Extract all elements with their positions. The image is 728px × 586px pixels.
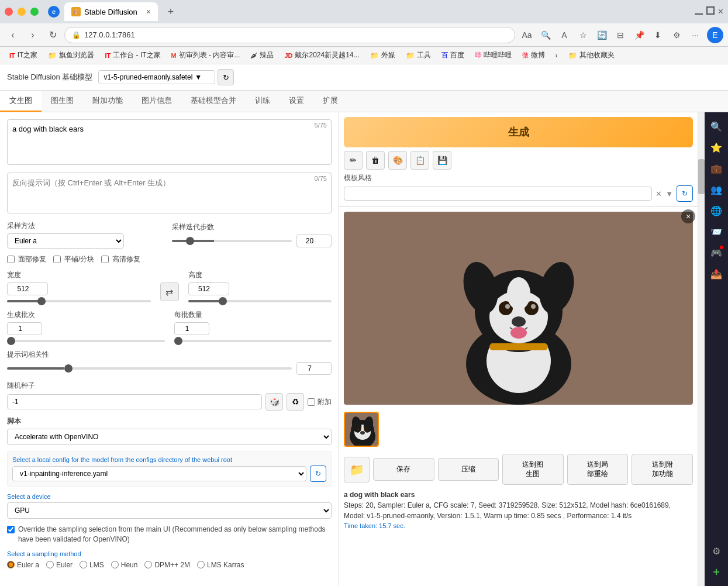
attach-check[interactable] <box>308 398 315 406</box>
face-repair-check[interactable] <box>7 256 15 263</box>
bookmark-qiyu[interactable]: 📁 旗鱼浏览器 <box>43 49 99 62</box>
bookmark-baidu[interactable]: 百 百度 <box>437 49 469 62</box>
download-icon[interactable]: ⬇ <box>650 27 666 43</box>
steps-slider[interactable] <box>172 240 292 242</box>
split-view-icon[interactable]: ⊟ <box>612 27 629 43</box>
hires-fix-checkbox[interactable]: 高清修复 <box>101 254 140 264</box>
cfg-slider[interactable] <box>7 367 292 370</box>
minimize-btn[interactable] <box>18 8 26 16</box>
close-btn[interactable] <box>5 8 13 16</box>
more-icon[interactable]: ··· <box>687 27 703 43</box>
tab-settings[interactable]: 设置 <box>280 91 313 112</box>
new-tab-btn[interactable]: + <box>163 4 179 20</box>
trash-btn[interactable]: 🗑 <box>366 151 385 170</box>
thumbnail-1[interactable] <box>344 412 379 447</box>
bookmark-workbench[interactable]: IT 工作台 - IT之家 <box>100 49 165 62</box>
config-refresh-btn[interactable]: ↻ <box>310 466 326 482</box>
refresh-btn[interactable]: ↻ <box>44 27 61 43</box>
save-style-btn[interactable]: 💾 <box>433 151 451 170</box>
negative-prompt-input[interactable] <box>7 173 332 213</box>
send-to-inpaint-btn[interactable]: 送到局部重绘 <box>567 454 629 485</box>
pin-icon[interactable]: 📌 <box>631 27 647 43</box>
radio-euler-a[interactable]: Euler a <box>7 561 39 569</box>
aa-icon[interactable]: A <box>556 27 572 43</box>
bookmark-tools[interactable]: 📁 工具 <box>401 49 436 62</box>
tab-close-btn[interactable]: × <box>146 7 151 16</box>
script-select[interactable]: Accelerate with OpenVINO <box>7 429 332 445</box>
bookmark-more[interactable]: › <box>551 50 563 61</box>
override-check[interactable] <box>7 526 15 533</box>
edge-search-icon[interactable]: 🔍 <box>707 117 726 136</box>
tab-extras[interactable]: 附加功能 <box>83 91 132 112</box>
radio-lms-karras[interactable]: LMS Karras <box>197 561 244 569</box>
positive-prompt-input[interactable]: a dog with black ears <box>7 119 332 165</box>
win-close-icon[interactable]: × <box>718 6 723 17</box>
back-btn[interactable]: ‹ <box>5 27 21 43</box>
folder-btn[interactable]: 📁 <box>344 457 370 482</box>
result-close-btn[interactable]: × <box>681 209 695 223</box>
radio-euler-a-input[interactable] <box>7 561 15 568</box>
swap-dimensions-btn[interactable]: ⇄ <box>160 282 179 301</box>
batch-size-input[interactable] <box>174 322 209 335</box>
win-maximize-icon[interactable] <box>706 6 715 15</box>
recycle-btn[interactable]: ♻ <box>287 393 304 411</box>
forward-btn[interactable]: › <box>25 27 41 43</box>
profile-btn[interactable]: E <box>707 27 723 43</box>
template-clear-btn[interactable]: ✕ <box>655 189 662 198</box>
radio-lms-karras-input[interactable] <box>197 561 205 568</box>
edge-briefcase-icon[interactable]: 💼 <box>707 159 726 178</box>
radio-dpm2m[interactable]: DPM++ 2M <box>144 561 190 569</box>
active-tab[interactable]: 🎨 Stable Diffusion × <box>64 2 158 21</box>
tab-extensions[interactable]: 扩展 <box>313 91 347 112</box>
batch-count-slider[interactable] <box>7 340 165 342</box>
edge-outlook-icon[interactable]: 📨 <box>707 222 726 241</box>
tile-checkbox[interactable]: 平铺/分块 <box>53 254 94 264</box>
edge-share-icon[interactable]: 📤 <box>707 264 726 283</box>
maximize-btn[interactable] <box>30 8 39 16</box>
address-bar[interactable]: 🔒 127.0.0.1:7861 <box>64 27 515 43</box>
bookmark-gmail[interactable]: M 初审列表 - 内容审... <box>167 49 245 62</box>
height-input[interactable] <box>188 282 229 295</box>
edge-people-icon[interactable]: 👥 <box>707 180 726 199</box>
edge-favorites-icon[interactable]: ⭐ <box>707 138 726 157</box>
batch-size-slider[interactable] <box>174 340 332 342</box>
attach-label[interactable]: 附加 <box>308 397 332 407</box>
translate-icon[interactable]: Aa <box>519 27 535 43</box>
template-dropdown[interactable]: ▼ <box>665 189 673 198</box>
bookmark-foreign[interactable]: 📁 外媒 <box>365 49 400 62</box>
tile-check[interactable] <box>53 256 61 263</box>
tab-imginfo[interactable]: 图片信息 <box>132 91 181 112</box>
tab-merge[interactable]: 基础模型合并 <box>181 91 246 112</box>
radio-euler[interactable]: Euler <box>46 561 73 569</box>
height-slider[interactable] <box>188 300 332 302</box>
tab-train[interactable]: 训练 <box>246 91 280 112</box>
tab-img2img[interactable]: 图生图 <box>42 91 83 112</box>
save-btn[interactable]: 保存 <box>373 458 434 481</box>
model-dropdown[interactable]: v1-5-pruned-emaonly.safetel ▼ <box>98 70 215 84</box>
search-web-icon[interactable]: 🔍 <box>537 27 554 43</box>
tab-txt2img[interactable]: 文生图 <box>0 91 42 112</box>
hires-fix-check[interactable] <box>101 256 109 263</box>
device-select[interactable]: GPU <box>7 502 332 519</box>
send-to-extras-btn[interactable]: 送到附加功能 <box>632 454 693 485</box>
browser-extension-icon[interactable]: 🔄 <box>594 27 610 43</box>
dice-btn[interactable]: 🎲 <box>265 393 283 411</box>
favorites-icon[interactable]: ☆ <box>575 27 591 43</box>
edge-games-icon[interactable]: 🎮 <box>707 243 726 262</box>
template-input[interactable] <box>344 187 652 201</box>
radio-dpm2m-input[interactable] <box>144 561 152 568</box>
edge-settings-icon[interactable]: ⚙ <box>707 542 726 560</box>
generate-btn[interactable]: 生成 <box>344 117 693 147</box>
bookmark-ithome[interactable]: IT IT之家 <box>5 49 42 62</box>
batch-count-input[interactable] <box>7 322 42 335</box>
edit-btn[interactable]: ✏ <box>344 151 363 170</box>
clipboard-btn[interactable]: 📋 <box>410 151 429 170</box>
style-btn[interactable]: 🎨 <box>388 151 407 170</box>
bookmark-others[interactable]: 📁 其他收藏夹 <box>564 49 619 62</box>
bookmark-lapin[interactable]: 🌶 辣品 <box>246 49 278 62</box>
edge-edge-icon[interactable]: 🌐 <box>707 201 726 220</box>
radio-lms-input[interactable] <box>80 561 87 568</box>
face-repair-checkbox[interactable]: 面部修复 <box>7 254 46 264</box>
width-input[interactable] <box>7 282 48 295</box>
config-select[interactable]: v1-inpainting-inference.yaml <box>12 466 306 481</box>
